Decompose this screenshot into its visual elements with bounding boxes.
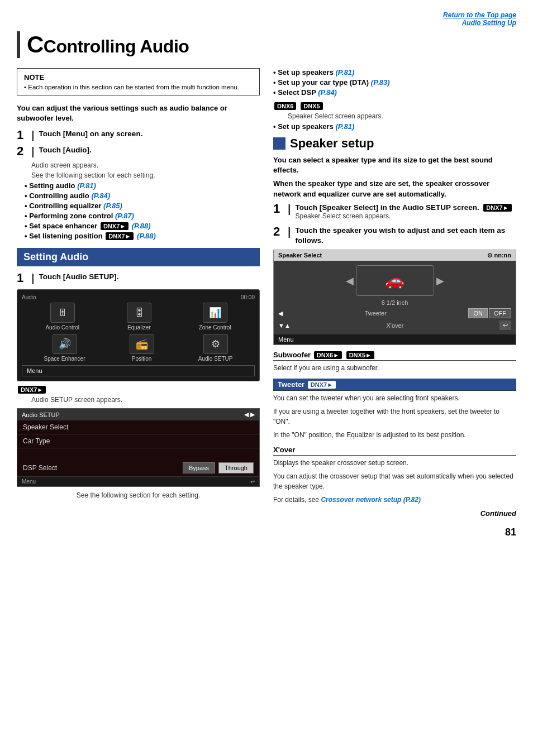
tweeter-section-title: Tweeter DNX7► (273, 379, 516, 391)
xover-section-title: X'over (273, 446, 516, 456)
sp-footer: Menu (274, 334, 516, 344)
setting-audio-header: Setting Audio (17, 248, 260, 266)
dnx7-badge-tweeter: DNX7► (308, 381, 336, 389)
left-bullet-list: Setting audio (P.81) Controlling audio (… (25, 181, 260, 240)
tweeter-label: Tweeter (365, 310, 387, 317)
setup-screen-footer: Menu ↩ (17, 477, 259, 486)
dnx5-badge-sub: DNX5► (346, 351, 374, 359)
left-column: NOTE • Each operation in this section ca… (17, 68, 260, 518)
speaker-step1-row: 1 | Touch [Speaker Select] in the Audio … (273, 203, 516, 223)
audio-setting-link[interactable]: Audio Setting Up (462, 19, 516, 27)
link-p81-speakers[interactable]: (P.81) (336, 68, 355, 76)
link-p88-enhancer[interactable]: (P.88) (132, 222, 151, 230)
setting-audio-step1: 1 | Touch [Audio SETUP]. (17, 272, 260, 285)
right-bullet-list-top: Set up speakers (P.81) Set up your car t… (273, 68, 516, 97)
step-1-text: Touch [Menu] on any screen. (39, 129, 143, 139)
note-text: • Each operation in this section can be … (24, 84, 253, 90)
speaker-intro-2: When the speaker type and size are set, … (273, 179, 516, 199)
on-button[interactable]: ON (468, 308, 488, 318)
speaker-step2-row: 2 | Touch the speaker you wish to adjust… (273, 226, 516, 245)
bullet-select-dsp: Select DSP (P.84) (273, 88, 516, 97)
see-following-text: See the following section for each setti… (17, 491, 260, 499)
setup-screen-header: Audio SETUP ◀ ▶ (17, 409, 259, 420)
audio-screen-icons-row2: 🔊 Space Enhancer 📻 Position ⚙ Audio SETU… (22, 334, 255, 362)
dnx5-badge: DNX5 (301, 102, 322, 110)
speaker-step1-text: Touch [Speaker Select] in the Audio SETU… (296, 203, 479, 212)
crossover-link[interactable]: Crossover network setup (P.82) (321, 496, 421, 504)
link-p81-b[interactable]: (P.81) (336, 122, 355, 131)
sp-car-diagram: ◀ 🚗 ▶ (278, 265, 511, 296)
step-2-sub1: Audio screen appears. (31, 161, 260, 169)
link-p85[interactable]: (P.85) (103, 202, 122, 210)
xover-row: ▼▲ X'over ↩ (278, 320, 511, 330)
setup-row-dsp: DSP Select Bypass Through (17, 460, 259, 477)
sp-screen-header: Speaker Select ⊙ nn:nn (274, 250, 516, 261)
setup-row-speaker-select: Speaker Select (17, 420, 259, 434)
link-p87[interactable]: (P.87) (115, 212, 134, 220)
dnx7-badge-speaker: DNX7► (483, 204, 511, 212)
speaker-step2-text: Touch the speaker you wish to adjust and… (296, 226, 516, 245)
bullet-car-type: Set up your car type (DTA) (P.83) (273, 78, 516, 87)
continued-label: Continued (273, 509, 516, 518)
audio-screen-menu: Menu (22, 365, 255, 376)
sp-screen-body: ◀ 🚗 ▶ 6 1/2 inch ◀ Tweeter ON OFF (274, 261, 516, 334)
note-title: NOTE (24, 73, 253, 82)
dnx65-text: Speaker Select screen appears. (288, 112, 516, 120)
dnx7-row: DNX7► (17, 386, 260, 394)
link-p84[interactable]: (P.84) (91, 192, 110, 200)
dnx6-badge: DNX6 (274, 102, 296, 110)
xover-text-2: You can adjust the crossover setup that … (273, 471, 516, 491)
tweeter-text-3: In the "ON" position, the Equalizer is a… (273, 430, 516, 440)
note-box: NOTE • Each operation in this section ca… (17, 68, 260, 95)
page-number: 81 (17, 527, 516, 538)
tweeter-section: Tweeter DNX7► You can set the tweeter wh… (273, 379, 516, 440)
step-2-num: 2 (17, 145, 27, 157)
bullet-controlling-eq: Controlling equalizer (P.85) (25, 202, 260, 210)
xover-section: X'over Displays the speaker crossover se… (273, 446, 516, 505)
step-1-row: 1 | Touch [Menu] on any screen. (17, 129, 260, 142)
screen-icon-position: 📻 Position (130, 334, 154, 362)
dnx7-text: Audio SETUP screen appears. (31, 396, 260, 404)
audio-screen-title: Audio 00:00 (22, 294, 255, 300)
setup-row-car-type: Car Type (17, 434, 259, 448)
speaker-step1-sub: Speaker Select screen appears. (296, 212, 513, 220)
xover-text-3: For details, see Crossover network setup… (273, 495, 516, 505)
dnx7-badge-position: DNX7► (106, 232, 134, 240)
screen-icon-zone-control: 📊 Zone Control (199, 303, 231, 331)
subwoofer-text: Select if you are using a subwoofer. (273, 363, 516, 373)
right-bullet-list-2: Set up speakers (P.81) (273, 122, 516, 131)
bullet-setting-audio: Setting audio (P.81) (25, 181, 260, 190)
link-p88-position[interactable]: (P.88) (137, 232, 156, 240)
link-p84-dsp[interactable]: (P.84) (318, 88, 337, 97)
step-1-num: 1 (17, 129, 27, 141)
sp-tweeter-row: ◀ Tweeter ON OFF (278, 308, 511, 318)
bullet-space-enhancer: Set space enhancer DNX7► (P.88) (25, 222, 260, 230)
audio-screen-mockup: Audio 00:00 🎚 Audio Control 🎛 Equalizer … (17, 289, 260, 381)
xover-label: X'over (386, 322, 403, 329)
page-title: CControlling Audio (17, 31, 516, 58)
breadcrumb: Return to the Top page Audio Setting Up (17, 11, 516, 27)
right-column: Set up speakers (P.81) Set up your car t… (273, 68, 516, 518)
dnx6-badge-sub: DNX6► (314, 351, 342, 359)
screen-icon-audio-control: 🎚 Audio Control (45, 303, 79, 331)
screen-icon-space-enhancer: 🔊 Space Enhancer (44, 334, 85, 362)
sp-size-info: 6 1/2 inch (278, 299, 511, 306)
return-top-link[interactable]: Return to the Top page (443, 11, 516, 19)
link-p81-setting[interactable]: (P.81) (77, 181, 96, 190)
dnx7-badge-main: DNX7► (18, 386, 46, 394)
step-2-row: 2 | Touch [Audio]. (17, 145, 260, 158)
speaker-setup-title: Speaker setup (273, 136, 516, 151)
through-button[interactable]: Through (218, 462, 254, 473)
tweeter-text-1: You can set the tweeter when you are sel… (273, 393, 516, 403)
audio-screen-icons-row1: 🎚 Audio Control 🎛 Equalizer 📊 Zone Contr… (22, 303, 255, 331)
screen-icon-equalizer: 🎛 Equalizer (127, 303, 151, 331)
dnx7-badge-enhancer: DNX7► (101, 222, 129, 230)
screen-icon-audio-setup: ⚙ Audio SETUP (198, 334, 233, 362)
bullet-controlling-audio: Controlling audio (P.84) (25, 192, 260, 200)
link-p83[interactable]: (P.83) (371, 78, 390, 87)
bypass-button[interactable]: Bypass (183, 462, 215, 473)
on-off-buttons: ON OFF (468, 308, 511, 318)
subwoofer-title: Subwoofer DNX6► DNX5► (273, 351, 516, 361)
xover-text-1: Displays the speaker crossover setup scr… (273, 458, 516, 468)
off-button[interactable]: OFF (489, 308, 511, 318)
